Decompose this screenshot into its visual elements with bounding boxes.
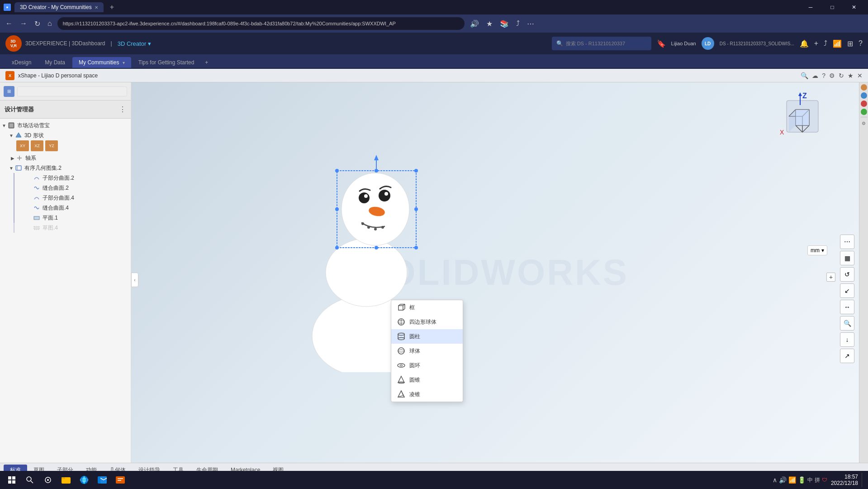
start-button[interactable] — [4, 472, 20, 488]
share-icon[interactable]: ⤴ — [824, 39, 827, 48]
panel-export-button[interactable]: ↗ — [840, 349, 854, 363]
new-tab-button[interactable]: + — [107, 3, 117, 11]
tree-arrow-root[interactable]: ▼ — [2, 123, 6, 128]
favorites-button[interactable]: ★ — [484, 18, 494, 30]
tree-arrow-axis[interactable]: ▶ — [11, 156, 14, 161]
notification-icon[interactable]: 🔔 — [800, 39, 809, 48]
menu-item-cone[interactable]: 圆锥 — [391, 373, 463, 387]
tab-my-communities-close[interactable]: ▾ — [123, 60, 125, 65]
signal-icon[interactable]: 📶 — [833, 39, 842, 48]
tree-item-axis[interactable]: ▶ 轴系 — [0, 153, 131, 163]
sidebar-header: 设计管理器 ⋮ — [0, 101, 131, 119]
task-outlook-button[interactable] — [94, 472, 110, 488]
settings-action-button[interactable]: ⚙ — [829, 72, 835, 79]
tab-my-data[interactable]: My Data — [38, 57, 71, 68]
tab-my-communities[interactable]: My Communities ▾ — [72, 57, 131, 68]
sub-icon-2[interactable]: XZ — [31, 140, 43, 151]
global-search-bar[interactable]: 🔍 搜索 DS - R113210120337 — [552, 37, 651, 50]
sidebar-search-field[interactable] — [17, 86, 127, 96]
browser-icon: ● — [4, 4, 11, 11]
far-right-btn-4[interactable] — [861, 109, 867, 115]
tree-item-subsurface4[interactable]: 子部分曲面.4 — [14, 193, 131, 203]
panel-down-button[interactable]: ↓ — [840, 332, 854, 347]
panel-scale-button[interactable]: ↔ — [840, 300, 854, 314]
title-bar-tab[interactable]: 3D Creator - My Communities ✕ — [14, 2, 104, 12]
tab-xdesign[interactable]: xDesign — [5, 57, 38, 68]
task-other-button[interactable] — [112, 472, 128, 488]
home-button[interactable]: ⌂ — [46, 18, 54, 29]
tree-item-geoset[interactable]: ▼ 有序几何图集.2 — [0, 163, 131, 173]
back-button[interactable]: ← — [4, 18, 14, 29]
show-desktop-button[interactable] — [862, 473, 864, 487]
menu-item-pyramid[interactable]: 凌锥 — [391, 387, 463, 402]
viewport[interactable]: SOLIDWORKS — [131, 82, 859, 463]
address-bar[interactable]: https://r1132101203373-apc2-ifwe.3dexper… — [57, 17, 465, 30]
close-action-button[interactable]: ✕ — [857, 72, 863, 79]
search-action-button[interactable]: 🔍 — [801, 72, 808, 79]
viewport-plus-button[interactable]: + — [826, 273, 835, 282]
panel-move-button[interactable]: ↙ — [840, 283, 854, 298]
far-right-btn-1[interactable] — [861, 84, 867, 91]
add-icon[interactable]: + — [814, 39, 818, 48]
unit-selector[interactable]: mm ▾ — [807, 245, 827, 255]
panel-grid-button[interactable]: ▦ — [840, 251, 854, 265]
tree-item-surface4[interactable]: 草图.4 — [14, 223, 131, 233]
tab-tips[interactable]: Tips for Getting Started — [132, 57, 201, 68]
task-view-button[interactable] — [40, 472, 56, 488]
tree-item-shape3d[interactable]: ▼ 3D 形状 — [0, 130, 131, 140]
app-dropdown-icon: ▾ — [148, 40, 151, 47]
sidebar-menu-button[interactable]: ⋮ — [119, 105, 126, 114]
tree-item-sewsurface4[interactable]: 缝合曲面.4 — [14, 203, 131, 213]
far-right-settings[interactable]: ⚙ — [860, 119, 868, 127]
share-button[interactable]: ⤴ — [514, 18, 522, 30]
svg-point-147 — [47, 479, 49, 481]
task-search-button[interactable] — [22, 472, 38, 488]
tree-arrow-shape3d[interactable]: ▼ — [9, 133, 14, 138]
tab-add-button[interactable]: + — [201, 57, 212, 68]
tree-label-surface4: 草图.4 — [43, 224, 58, 232]
panel-rotate-button[interactable]: ↺ — [840, 267, 854, 282]
sphere-icon — [397, 346, 406, 355]
tree-item-subsurface2[interactable]: 子部分曲面.2 — [14, 173, 131, 183]
settings-button[interactable]: ⋯ — [525, 18, 536, 30]
workspace-label: DS - R1132101203373_SOLIDWIS... — [720, 41, 794, 46]
tree-icon-plane1 — [33, 214, 41, 222]
panel-dots-button[interactable]: ⋯ — [840, 235, 854, 249]
cloud-action-button[interactable]: ☁ — [812, 72, 818, 79]
menu-item-sphere[interactable]: 球体 — [391, 344, 463, 358]
sub-icon-1[interactable]: XY — [16, 140, 29, 151]
collections-button[interactable]: 📚 — [498, 18, 511, 30]
time-display[interactable]: 18:57 2022/12/18 — [831, 474, 858, 486]
user-avatar[interactable]: LD — [702, 37, 714, 50]
read-aloud-button[interactable]: 🔊 — [468, 18, 481, 30]
menu-item-cylinder[interactable]: 圆柱 — [391, 329, 463, 344]
minimize-button[interactable]: ─ — [800, 0, 821, 14]
tree-item-sewsurface2[interactable]: 缝合曲面.2 — [14, 183, 131, 193]
menu-item-quad-sphere[interactable]: 四边形球体 — [391, 315, 463, 329]
refresh-action-button[interactable]: ↻ — [839, 72, 844, 79]
maximize-button[interactable]: □ — [822, 0, 843, 14]
compass-widget[interactable]: Z X — [778, 91, 823, 137]
menu-item-box[interactable]: 框 — [391, 300, 463, 315]
help-action-button[interactable]: ? — [822, 72, 825, 79]
app-name-button[interactable]: 3D Creator ▾ — [118, 40, 152, 47]
star-action-button[interactable]: ★ — [848, 72, 854, 79]
tree-arrow-geoset[interactable]: ▼ — [9, 166, 14, 171]
forward-button[interactable]: → — [18, 18, 29, 29]
far-right-btn-3[interactable] — [861, 101, 867, 107]
grid-icon[interactable]: ⊞ — [847, 39, 853, 48]
sidebar-collapse-button[interactable]: ‹ — [131, 273, 138, 287]
refresh-button[interactable]: ↻ — [33, 18, 42, 30]
task-browser-button[interactable] — [76, 472, 92, 488]
tab-close-button[interactable]: ✕ — [95, 5, 98, 10]
far-right-btn-2[interactable] — [861, 92, 867, 99]
bookmark-icon[interactable]: 🔖 — [657, 39, 666, 48]
menu-item-torus[interactable]: 圆环 — [391, 358, 463, 373]
task-explorer-button[interactable] — [58, 472, 74, 488]
close-button[interactable]: ✕ — [844, 0, 864, 14]
tree-item-plane1[interactable]: 平面.1 — [14, 213, 131, 223]
panel-search-button[interactable]: 🔍 — [840, 316, 854, 331]
help-icon[interactable]: ? — [859, 39, 863, 48]
sub-icon-3[interactable]: YZ — [45, 140, 58, 151]
tree-item-root[interactable]: ▼ 市场活动雪宝 — [0, 120, 131, 130]
